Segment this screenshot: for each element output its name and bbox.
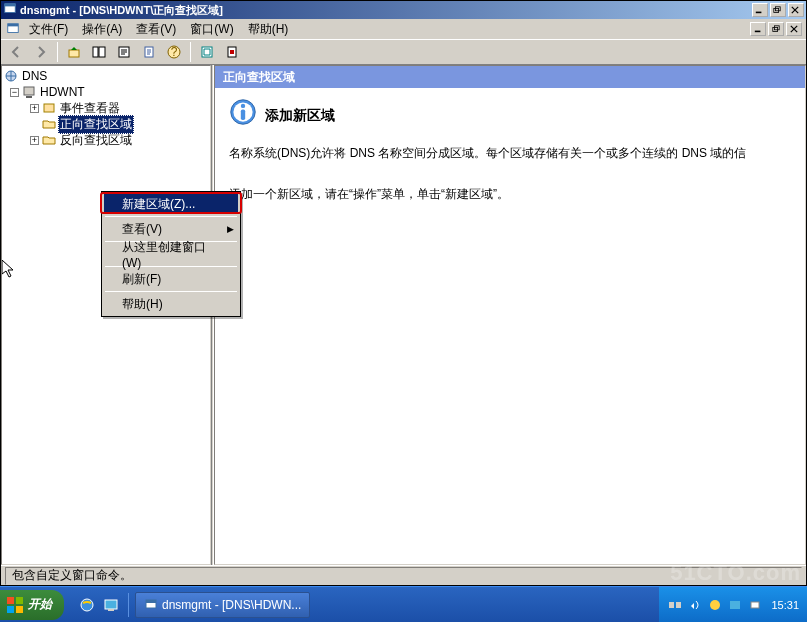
- task-label: dnsmgmt - [DNS\HDWN...: [162, 598, 301, 612]
- status-text: 包含自定义窗口命令。: [5, 567, 802, 585]
- menu-separator: [105, 216, 237, 217]
- child-window-controls: [750, 22, 802, 36]
- svg-rect-11: [93, 47, 98, 57]
- svg-rect-8: [773, 27, 778, 31]
- svg-rect-3: [773, 8, 778, 12]
- separator: [57, 42, 58, 62]
- tree-forward-zone[interactable]: 正向查找区域: [2, 116, 210, 132]
- svg-rect-30: [7, 606, 14, 613]
- svg-rect-31: [16, 606, 23, 613]
- book-icon: [42, 101, 56, 115]
- menu-item-label: 查看(V): [122, 221, 162, 238]
- svg-rect-38: [676, 602, 681, 608]
- detail-text-line2: 添加一个新区域，请在“操作”菜单，单击“新建区域”。: [229, 185, 791, 204]
- dns-icon: [4, 69, 18, 83]
- svg-rect-22: [26, 96, 32, 98]
- server-icon: [22, 85, 36, 99]
- menu-help[interactable]: 帮助(H): [104, 294, 238, 314]
- tree-label: DNS: [20, 69, 49, 83]
- child-minimize-button[interactable]: [750, 22, 766, 36]
- tray-icon-5[interactable]: [747, 597, 763, 613]
- clock[interactable]: 15:31: [771, 599, 799, 611]
- tree-server[interactable]: − HDWNT: [2, 84, 210, 100]
- content-area: DNS − HDWNT + 事件查看器 正向查找区域: [1, 65, 806, 565]
- statusbar: 包含自定义窗口命令。: [1, 565, 806, 585]
- svg-rect-36: [146, 600, 156, 603]
- taskbar: 开始 dnsmgmt - [DNS\HDWN... 15:31: [0, 586, 807, 622]
- detail-header: 正向查找区域: [215, 66, 805, 88]
- minimize-button[interactable]: [752, 3, 768, 17]
- ie-icon[interactable]: [76, 594, 98, 616]
- menu-refresh[interactable]: 刷新(F): [104, 269, 238, 289]
- export-button[interactable]: [138, 41, 160, 63]
- menu-window[interactable]: 窗口(W): [184, 19, 239, 40]
- svg-rect-37: [669, 602, 674, 608]
- window-controls: [752, 3, 804, 17]
- system-tray: 15:31: [659, 587, 807, 622]
- svg-point-39: [710, 600, 720, 610]
- svg-point-32: [81, 599, 93, 611]
- start-label: 开始: [28, 596, 52, 613]
- menu-new-zone[interactable]: 新建区域(Z)...: [104, 194, 238, 214]
- expand-icon[interactable]: +: [30, 136, 39, 145]
- windows-logo-icon: [6, 596, 24, 614]
- menubar: 文件(F) 操作(A) 查看(V) 窗口(W) 帮助(H): [1, 19, 806, 39]
- svg-rect-4: [775, 7, 780, 11]
- app-icon: [3, 2, 20, 19]
- back-button[interactable]: [5, 41, 27, 63]
- tray-icon-4[interactable]: [727, 597, 743, 613]
- restore-button[interactable]: [770, 3, 786, 17]
- svg-rect-27: [241, 109, 245, 120]
- detail-text-line1: 名称系统(DNS)允许将 DNS 名称空间分成区域。每个区域存储有关一个或多个连…: [229, 144, 791, 163]
- tree-label: 反向查找区域: [58, 132, 134, 149]
- menu-view[interactable]: 查看(V) ▶: [104, 219, 238, 239]
- menu-item-label: 从这里创建窗口(W): [122, 239, 220, 270]
- collapse-icon[interactable]: −: [10, 88, 19, 97]
- menu-help[interactable]: 帮助(H): [242, 19, 295, 40]
- titlebar: dnsmgmt - [DNS\HDWNT\正向查找区域]: [1, 1, 806, 19]
- expand-icon[interactable]: +: [30, 104, 39, 113]
- info-icon: [229, 98, 257, 132]
- forward-button[interactable]: [30, 41, 52, 63]
- detail-body: 添加新区域 名称系统(DNS)允许将 DNS 名称空间分成区域。每个区域存储有关…: [215, 88, 805, 223]
- tray-icon-1[interactable]: [667, 597, 683, 613]
- tray-icon-3[interactable]: [707, 597, 723, 613]
- submenu-arrow-icon: ▶: [227, 224, 234, 234]
- stop-button[interactable]: [221, 41, 243, 63]
- start-button[interactable]: 开始: [0, 590, 64, 620]
- close-button[interactable]: [788, 3, 804, 17]
- desktop-icon[interactable]: [100, 594, 122, 616]
- help-button[interactable]: ?: [163, 41, 185, 63]
- svg-rect-12: [99, 47, 105, 57]
- console-icon: [5, 21, 21, 37]
- tree-reverse-zone[interactable]: + 反向查找区域: [2, 132, 210, 148]
- svg-rect-2: [755, 12, 761, 14]
- menu-new-window[interactable]: 从这里创建窗口(W): [104, 244, 238, 264]
- taskbar-separator: [128, 593, 129, 617]
- svg-rect-6: [8, 24, 19, 27]
- detail-heading: 添加新区域: [265, 104, 335, 126]
- svg-rect-1: [5, 3, 16, 6]
- menu-action[interactable]: 操作(A): [76, 19, 128, 40]
- child-restore-button[interactable]: [768, 22, 784, 36]
- context-menu: 新建区域(Z)... 查看(V) ▶ 从这里创建窗口(W) 刷新(F) 帮助(H…: [101, 191, 241, 317]
- svg-rect-23: [44, 104, 54, 112]
- tray-icon-2[interactable]: [687, 597, 703, 613]
- svg-rect-7: [755, 31, 761, 33]
- tree-root[interactable]: DNS: [2, 68, 210, 84]
- separator: [190, 42, 191, 62]
- detail-pane: 正向查找区域 添加新区域 名称系统(DNS)允许将 DNS 名称空间分成区域。每…: [214, 65, 806, 565]
- svg-rect-10: [69, 50, 79, 57]
- up-button[interactable]: [63, 41, 85, 63]
- svg-rect-40: [730, 601, 740, 609]
- menu-view[interactable]: 查看(V): [130, 19, 182, 40]
- task-dnsmgmt[interactable]: dnsmgmt - [DNS\HDWN...: [135, 592, 310, 618]
- svg-point-26: [241, 104, 245, 108]
- properties-button[interactable]: [113, 41, 135, 63]
- refresh-button[interactable]: [196, 41, 218, 63]
- menu-item-label: 新建区域(Z)...: [122, 196, 195, 213]
- menu-file[interactable]: 文件(F): [23, 19, 74, 40]
- child-close-button[interactable]: [786, 22, 802, 36]
- show-hide-button[interactable]: [88, 41, 110, 63]
- menu-item-label: 帮助(H): [122, 296, 163, 313]
